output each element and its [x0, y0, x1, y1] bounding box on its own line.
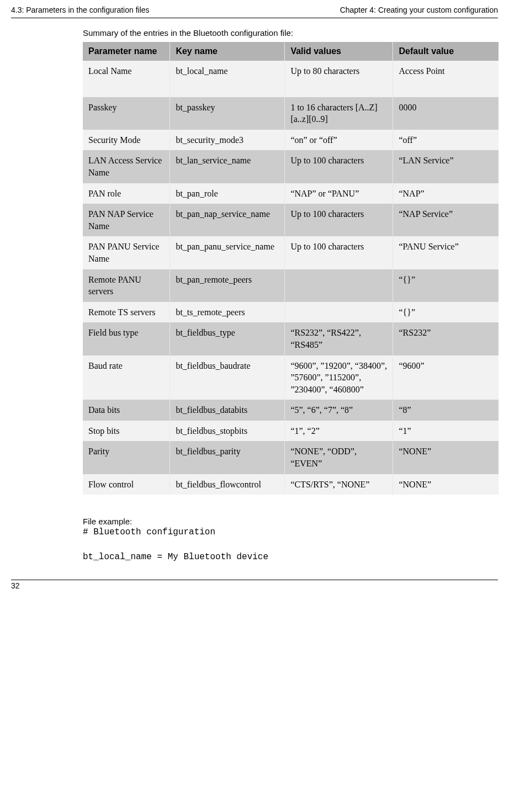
- table-row: Remote TS serv­ersbt_ts_remote_peers“{}”: [83, 302, 499, 323]
- table-row: Data bitsbt_fieldbus_databits“5”, “6”, “…: [83, 400, 499, 421]
- cell-key-name: bt_fieldbus_baudrate: [170, 355, 285, 400]
- cell-key-name: bt_fieldbus_databits: [170, 400, 285, 421]
- column-header-parameter-name: Parameter name: [83, 42, 170, 61]
- table-row: Flow controlbt_fieldbus_flowcont​rol“CTS…: [83, 474, 499, 495]
- cell-valid-values: 1 to 16 characters [A..Z][a..z][0..9]: [285, 97, 393, 130]
- summary-text: Summary of the entries in the Bluetooth …: [83, 28, 498, 38]
- cell-default-value: “9600”: [393, 355, 499, 400]
- cell-default-value: Access Point: [393, 61, 499, 97]
- cell-valid-values: “1”, “2”: [285, 421, 393, 442]
- table-row: Security Modebt_security_mode3“on” or “o…: [83, 130, 499, 151]
- cell-valid-values: “RS232”, “RS422”, “RS485”: [285, 322, 393, 355]
- cell-parameter-name: PAN NAP Ser­vice Name: [83, 204, 170, 236]
- cell-default-value: “1”: [393, 421, 499, 442]
- cell-parameter-name: Remote TS serv­ers: [83, 302, 170, 323]
- table-header-row: Parameter name Key name Valid values Def…: [83, 42, 499, 61]
- cell-parameter-name: Passkey: [83, 97, 170, 130]
- cell-parameter-name: Stop bits: [83, 421, 170, 442]
- cell-valid-values: “5”, “6”, “7”, “8”: [285, 400, 393, 421]
- column-header-valid-values: Valid values: [285, 42, 393, 61]
- cell-key-name: bt_fieldbus_stopbits: [170, 421, 285, 442]
- cell-default-value: 0000: [393, 97, 499, 130]
- cell-key-name: bt_security_mode3: [170, 130, 285, 151]
- cell-valid-values: “on” or “off”: [285, 130, 393, 151]
- page-footer: 32: [11, 580, 498, 590]
- file-example-label: File example:: [83, 517, 498, 526]
- table-row: Local Namebt_local_nameUp to 80 characte…: [83, 61, 499, 97]
- page-number: 32: [11, 581, 20, 590]
- cell-key-name: bt_local_name: [170, 61, 285, 97]
- cell-default-value: “RS232”: [393, 322, 499, 355]
- cell-key-name: bt_fieldbus_type: [170, 322, 285, 355]
- table-row: Remote PANU serversbt_pan_remote_peers“{…: [83, 269, 499, 302]
- cell-parameter-name: LAN Access Service Name: [83, 150, 170, 183]
- header-right: Chapter 4: Creating your custom configur…: [340, 6, 498, 14]
- cell-valid-values: “NONE”, “ODD”, “EVEN”: [285, 441, 393, 474]
- cell-valid-values: [285, 302, 393, 323]
- cell-valid-values: Up to 100 charac­ters: [285, 150, 393, 183]
- cell-default-value: “NAP”: [393, 183, 499, 204]
- table-row: Baud ratebt_fieldbus_baudrate“9600”, ”19…: [83, 355, 499, 400]
- cell-parameter-name: PAN role: [83, 183, 170, 204]
- table-row: PAN PANU Ser­vice Namebt_pan_panu_servic…: [83, 236, 499, 269]
- cell-default-value: “NONE”: [393, 441, 499, 474]
- cell-key-name: bt_pan_panu_service​_name: [170, 236, 285, 269]
- cell-default-value: “LAN Service”: [393, 150, 499, 183]
- cell-key-name: bt_pan_role: [170, 183, 285, 204]
- cell-parameter-name: Parity: [83, 441, 170, 474]
- cell-key-name: bt_fieldbus_flowcont​rol: [170, 474, 285, 495]
- column-header-key-name: Key name: [170, 42, 285, 61]
- table-row: Field bus typebt_fieldbus_type“RS232”, “…: [83, 322, 499, 355]
- cell-valid-values: [285, 269, 393, 302]
- cell-key-name: bt_pan_nap_service_​name: [170, 204, 285, 236]
- cell-key-name: bt_lan_service_name: [170, 150, 285, 183]
- cell-default-value: “NONE”: [393, 474, 499, 495]
- cell-key-name: bt_fieldbus_parity: [170, 441, 285, 474]
- table-row: Paritybt_fieldbus_parity“NONE”, “ODD”, “…: [83, 441, 499, 474]
- page-header: 4.3: Parameters in the configuration fil…: [11, 6, 498, 18]
- cell-valid-values: “NAP” or “PANU”: [285, 183, 393, 204]
- cell-valid-values: Up to 100 charac­ters: [285, 236, 393, 269]
- table-row: Passkeybt_passkey1 to 16 characters [A..…: [83, 97, 499, 130]
- cell-default-value: “PANU Service”: [393, 236, 499, 269]
- cell-parameter-name: Local Name: [83, 61, 170, 97]
- config-params-table: Parameter name Key name Valid values Def…: [83, 42, 499, 495]
- cell-parameter-name: Baud rate: [83, 355, 170, 400]
- cell-valid-values: “9600”, ”19200”, “38400”, ”57600”, ”1152…: [285, 355, 393, 400]
- cell-parameter-name: Security Mode: [83, 130, 170, 151]
- cell-default-value: “off”: [393, 130, 499, 151]
- table-row: Stop bitsbt_fieldbus_stopbits“1”, “2”“1”: [83, 421, 499, 442]
- column-header-default-value: Default value: [393, 42, 499, 61]
- table-row: LAN Access Service Namebt_lan_service_na…: [83, 150, 499, 183]
- cell-key-name: bt_passkey: [170, 97, 285, 130]
- table-row: PAN NAP Ser­vice Namebt_pan_nap_service_…: [83, 204, 499, 236]
- cell-key-name: bt_pan_remote_peers: [170, 269, 285, 302]
- cell-parameter-name: Flow control: [83, 474, 170, 495]
- cell-valid-values: Up to 100 charac­ters: [285, 204, 393, 236]
- cell-parameter-name: Field bus type: [83, 322, 170, 355]
- cell-key-name: bt_ts_remote_peers: [170, 302, 285, 323]
- cell-default-value: “8”: [393, 400, 499, 421]
- cell-default-value: “{}”: [393, 269, 499, 302]
- code-block: # Bluetooth configuration bt_local_name …: [83, 526, 498, 563]
- cell-default-value: “NAP Service”: [393, 204, 499, 236]
- cell-parameter-name: PAN PANU Ser­vice Name: [83, 236, 170, 269]
- cell-default-value: “{}”: [393, 302, 499, 323]
- cell-valid-values: Up to 80 characters: [285, 61, 393, 97]
- cell-parameter-name: Data bits: [83, 400, 170, 421]
- cell-parameter-name: Remote PANU servers: [83, 269, 170, 302]
- table-row: PAN rolebt_pan_role“NAP” or “PANU”“NAP”: [83, 183, 499, 204]
- header-left: 4.3: Parameters in the configuration fil…: [11, 6, 150, 14]
- cell-valid-values: “CTS/RTS”, “NONE”: [285, 474, 393, 495]
